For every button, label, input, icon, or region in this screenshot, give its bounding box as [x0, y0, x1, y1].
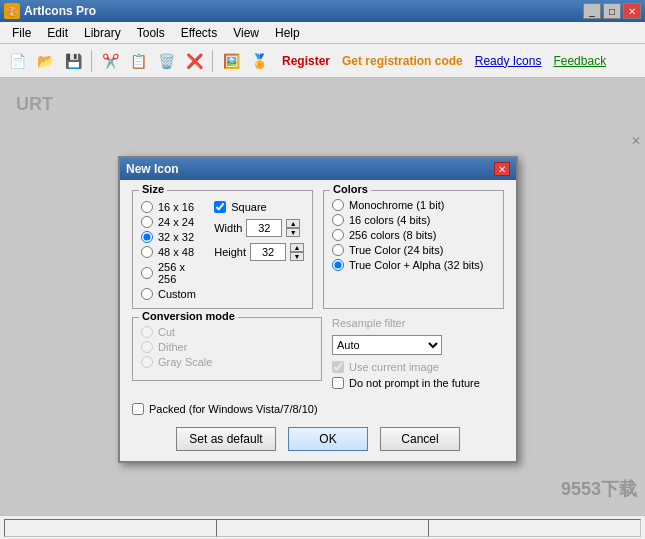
height-down-button[interactable]: ▼ [290, 252, 304, 261]
color-radio-256-label: 256 colors (8 bits) [349, 229, 436, 241]
size-right-col: Square Width ▲ ▼ Heig [214, 201, 304, 300]
size-radio-48-input[interactable] [141, 246, 153, 258]
status-bar [0, 515, 645, 539]
colors-radios: Monochrome (1 bit) 16 colors (4 bits) 25… [332, 199, 495, 271]
resample-select[interactable]: Auto Bilinear Bicubic Lanczos [332, 335, 442, 355]
use-current-label[interactable]: Use current image [332, 361, 504, 373]
title-bar-controls: _ □ ✕ [583, 3, 641, 19]
dialog-close-button[interactable]: ✕ [494, 162, 510, 176]
size-radio-16-input[interactable] [141, 201, 153, 213]
height-up-button[interactable]: ▲ [290, 243, 304, 252]
width-down-button[interactable]: ▼ [286, 228, 300, 237]
conversion-group: Conversion mode Cut Dither Gray Scale [132, 317, 322, 381]
cancel-button[interactable]: Cancel [380, 427, 460, 451]
height-input[interactable] [250, 243, 286, 261]
packed-row: Packed (for Windows Vista/7/8/10) [132, 403, 504, 415]
size-radio-48[interactable]: 48 x 48 [141, 246, 206, 258]
status-pane-3 [428, 519, 641, 537]
color-radio-tc32-input[interactable] [332, 259, 344, 271]
resample-section: Resample filter Auto Bilinear Bicubic La… [332, 317, 504, 355]
main-label: URT [16, 94, 53, 115]
dialog-bottom: Packed (for Windows Vista/7/8/10) Set as… [120, 399, 516, 461]
color-radio-tc24-label: True Color (24 bits) [349, 244, 443, 256]
toolbar-img[interactable]: 🖼️ [218, 48, 244, 74]
toolbar-sep-1 [91, 50, 92, 72]
size-radio-256[interactable]: 256 x 256 [141, 261, 206, 285]
toolbar-open[interactable]: 📂 [32, 48, 58, 74]
color-radio-tc32[interactable]: True Color + Alpha (32 bits) [332, 259, 495, 271]
color-radio-tc24[interactable]: True Color (24 bits) [332, 244, 495, 256]
menu-effects[interactable]: Effects [173, 24, 225, 42]
status-pane-2 [216, 519, 428, 537]
conv-radio-dither-input [141, 341, 153, 353]
size-radio-256-input[interactable] [141, 267, 153, 279]
conv-radio-grayscale[interactable]: Gray Scale [141, 356, 313, 368]
toolbar-new[interactable]: 📄 [4, 48, 30, 74]
minimize-button[interactable]: _ [583, 3, 601, 19]
square-checkbox-label[interactable]: Square [214, 201, 304, 213]
size-radio-16[interactable]: 16 x 16 [141, 201, 206, 213]
toolbar: 📄 📂 💾 ✂️ 📋 🗑️ ❌ 🖼️ 🏅 Register Get regist… [0, 44, 645, 78]
get-reg-link[interactable]: Get registration code [342, 54, 463, 68]
no-prompt-label[interactable]: Do not prompt in the future [332, 377, 504, 389]
bottom-group-row: Conversion mode Cut Dither Gray Scale [132, 317, 504, 389]
conv-radio-cut-input [141, 326, 153, 338]
close-x-icon[interactable]: ✕ [631, 134, 641, 148]
no-prompt-checkbox[interactable] [332, 377, 344, 389]
close-button[interactable]: ✕ [623, 3, 641, 19]
conv-radio-cut-label: Cut [158, 326, 175, 338]
color-radio-256[interactable]: 256 colors (8 bits) [332, 229, 495, 241]
size-group: Size 16 x 16 24 x 24 [132, 190, 313, 309]
color-radio-256-input[interactable] [332, 229, 344, 241]
size-radio-48-label: 48 x 48 [158, 246, 194, 258]
color-radio-mono[interactable]: Monochrome (1 bit) [332, 199, 495, 211]
set-default-button[interactable]: Set as default [176, 427, 276, 451]
dialog-title: New Icon [126, 162, 179, 176]
width-label: Width [214, 222, 242, 234]
size-radio-16-label: 16 x 16 [158, 201, 194, 213]
color-radio-tc24-input[interactable] [332, 244, 344, 256]
toolbar-copy[interactable]: 📋 [125, 48, 151, 74]
conv-radio-dither[interactable]: Dither [141, 341, 313, 353]
toolbar-links: Register Get registration code Ready Ico… [282, 54, 606, 68]
ready-icons-link[interactable]: Ready Icons [475, 54, 542, 68]
packed-label[interactable]: Packed (for Windows Vista/7/8/10) [132, 403, 504, 415]
menu-file[interactable]: File [4, 24, 39, 42]
colors-group-label: Colors [330, 183, 371, 195]
packed-checkbox[interactable] [132, 403, 144, 415]
size-radio-custom-input[interactable] [141, 288, 153, 300]
color-radio-mono-input[interactable] [332, 199, 344, 211]
colors-group: Colors Monochrome (1 bit) 16 colors (4 b… [323, 190, 504, 309]
width-up-button[interactable]: ▲ [286, 219, 300, 228]
square-label: Square [231, 201, 266, 213]
menu-edit[interactable]: Edit [39, 24, 76, 42]
size-radio-32-input[interactable] [141, 231, 153, 243]
height-spinner: ▲ ▼ [290, 243, 304, 261]
toolbar-close[interactable]: ❌ [181, 48, 207, 74]
toolbar-save[interactable]: 💾 [60, 48, 86, 74]
size-radio-custom[interactable]: Custom [141, 288, 206, 300]
toolbar-cut[interactable]: ✂️ [97, 48, 123, 74]
square-checkbox[interactable] [214, 201, 226, 213]
menu-tools[interactable]: Tools [129, 24, 173, 42]
size-radio-24-input[interactable] [141, 216, 153, 228]
color-radio-16-label: 16 colors (4 bits) [349, 214, 430, 226]
register-link[interactable]: Register [282, 54, 330, 68]
ok-button[interactable]: OK [288, 427, 368, 451]
size-radio-32[interactable]: 32 x 32 [141, 231, 206, 243]
title-bar: 🎨 ArtIcons Pro _ □ ✕ [0, 0, 645, 22]
width-input[interactable] [246, 219, 282, 237]
use-current-text: Use current image [349, 361, 439, 373]
maximize-button[interactable]: □ [603, 3, 621, 19]
menu-library[interactable]: Library [76, 24, 129, 42]
size-radio-24[interactable]: 24 x 24 [141, 216, 206, 228]
toolbar-delete[interactable]: 🗑️ [153, 48, 179, 74]
color-radio-16[interactable]: 16 colors (4 bits) [332, 214, 495, 226]
conv-radio-cut[interactable]: Cut [141, 326, 313, 338]
color-radio-16-input[interactable] [332, 214, 344, 226]
color-radio-tc32-label: True Color + Alpha (32 bits) [349, 259, 483, 271]
menu-view[interactable]: View [225, 24, 267, 42]
menu-help[interactable]: Help [267, 24, 308, 42]
toolbar-medal[interactable]: 🏅 [246, 48, 272, 74]
feedback-link[interactable]: Feedback [553, 54, 606, 68]
